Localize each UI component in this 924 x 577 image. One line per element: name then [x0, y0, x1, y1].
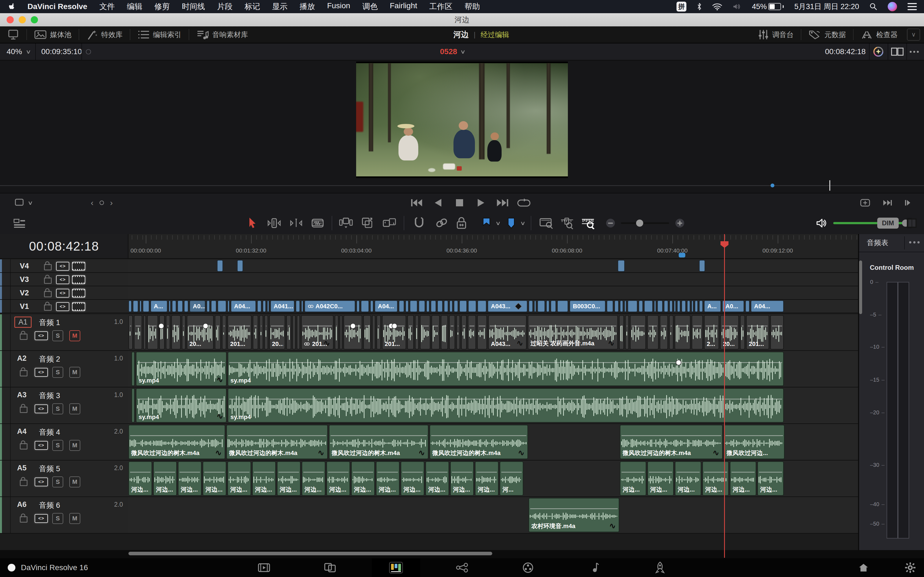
audio-clip[interactable]	[292, 315, 296, 350]
page-tab-fusion[interactable]	[447, 558, 477, 577]
clip-automation-icon[interactable]: ∿	[216, 375, 223, 384]
audio-clip[interactable]: 河边...	[620, 461, 646, 496]
video-clip[interactable]	[301, 300, 303, 312]
solo-button[interactable]: S	[52, 440, 63, 451]
audio-clip[interactable]	[449, 315, 455, 350]
track-lock-icon[interactable]	[20, 516, 27, 522]
mute-button[interactable]: M	[69, 476, 80, 487]
clip-automation-icon[interactable]: ∿	[608, 338, 615, 348]
video-clip[interactable]	[618, 260, 625, 272]
track-lane-A4[interactable]: 微风吹过河边的树木.m4a∿微风吹过河边的树木.m4a∿微风吹过河边的树木.m4…	[128, 424, 858, 461]
viewer-options-menu[interactable]	[910, 44, 919, 60]
mute-button[interactable]: M	[69, 440, 80, 451]
audio-clip[interactable]	[286, 315, 291, 350]
audio-clip[interactable]: 河边...	[647, 461, 674, 496]
video-clip[interactable]	[551, 300, 556, 312]
play-reverse-button[interactable]	[428, 193, 448, 212]
timeline-vertical-scrollbar[interactable]	[859, 261, 862, 314]
viewer-jog-bar[interactable]	[0, 179, 924, 193]
menu-item-时间线[interactable]: 时间线	[182, 2, 205, 12]
menu-item-显示[interactable]: 显示	[272, 2, 288, 12]
video-clip[interactable]	[361, 300, 369, 312]
inspector-button[interactable]: 检查器	[854, 26, 905, 43]
video-clip[interactable]	[644, 300, 653, 312]
video-clip[interactable]	[699, 260, 705, 272]
mute-button[interactable]: M	[69, 403, 80, 414]
audio-clip[interactable]: 201...	[382, 315, 406, 350]
audio-clip[interactable]	[363, 315, 371, 350]
auto-select-icon[interactable]: <>	[56, 275, 69, 284]
track-lock-icon[interactable]	[44, 264, 52, 270]
audio-clip[interactable]	[264, 315, 268, 350]
track-lane-V2[interactable]	[128, 286, 858, 300]
track-header-V2[interactable]: V2<>	[0, 286, 128, 300]
audio-clip[interactable]: 河边...	[376, 461, 400, 496]
audio-clip[interactable]: 河边...	[475, 461, 499, 496]
track-header-V3[interactable]: V3<>	[0, 273, 128, 286]
video-clip[interactable]	[691, 300, 693, 312]
audio-meters-options-icon[interactable]	[909, 241, 919, 243]
stop-button[interactable]	[450, 193, 469, 212]
audio-clip[interactable]: 201...	[228, 315, 252, 350]
jog-playhead[interactable]	[829, 180, 830, 191]
page-tab-color[interactable]	[513, 558, 543, 577]
video-clip[interactable]: B003C0...	[570, 300, 606, 312]
video-clip[interactable]	[356, 300, 360, 312]
audio-clip[interactable]	[376, 315, 381, 350]
track-header-V1[interactable]: V1<>	[0, 300, 128, 313]
track-lane-A1[interactable]: 20...201...20...201...∿201...A043...∿过昭关…	[128, 314, 858, 351]
volume-keyframe[interactable]	[392, 323, 397, 329]
marker-dropdown[interactable]: ∨	[518, 212, 527, 234]
video-clip[interactable]	[454, 300, 458, 312]
track-header-A2[interactable]: A2音频 21.0<>SM	[0, 351, 128, 387]
audio-clip[interactable]: 河边...	[178, 461, 202, 496]
audio-clip[interactable]	[159, 315, 165, 350]
audio-clip[interactable]	[431, 315, 440, 350]
video-clip[interactable]: A0...	[189, 300, 205, 312]
audio-clip[interactable]	[675, 315, 691, 350]
video-clip[interactable]	[557, 300, 568, 312]
track-lock-icon[interactable]	[20, 334, 27, 340]
fit-to-window-icon[interactable]	[857, 193, 873, 212]
snapping-magnet-button[interactable]	[410, 212, 428, 234]
video-clip[interactable]	[169, 300, 171, 312]
video-clip[interactable]	[267, 300, 269, 312]
video-clip[interactable]	[669, 300, 673, 312]
video-clip[interactable]	[444, 300, 448, 312]
video-clip[interactable]	[614, 300, 619, 312]
video-clip[interactable]	[431, 300, 436, 312]
audio-clip[interactable]: 微风吹过河边的树木.m4a∿	[329, 425, 428, 459]
auto-select-icon[interactable]: <>	[56, 262, 69, 271]
track-enable-icon[interactable]	[72, 275, 85, 284]
audio-clip[interactable]: 河边...	[153, 461, 177, 496]
audio-clip[interactable]	[625, 315, 629, 350]
track-header-A4[interactable]: A4音频 42.0<>SM	[0, 424, 128, 461]
video-clip[interactable]	[128, 300, 132, 312]
page-tab-edit[interactable]	[372, 558, 420, 577]
menu-item-调色[interactable]: 调色	[362, 2, 378, 12]
volume-icon[interactable]	[733, 3, 741, 10]
bluetooth-icon[interactable]	[697, 2, 702, 11]
audio-clip[interactable]: 河边...	[675, 461, 701, 496]
apple-logo-icon[interactable]	[8, 2, 15, 11]
audio-clip[interactable]	[253, 315, 258, 350]
audio-clip[interactable]	[441, 315, 448, 350]
video-clip[interactable]	[664, 300, 668, 312]
audio-clip[interactable]	[297, 315, 300, 350]
solo-button[interactable]: S	[52, 403, 63, 414]
video-clip[interactable]	[468, 300, 476, 312]
source-timecode[interactable]: 00:09:35:10	[41, 44, 82, 60]
video-clip[interactable]	[654, 300, 656, 312]
video-clip[interactable]	[745, 300, 750, 312]
video-clip[interactable]	[437, 300, 443, 312]
track-enable-icon[interactable]	[72, 302, 85, 311]
volume-keyframe[interactable]	[158, 323, 164, 329]
track-lane-A2[interactable]: sy.mp4∿sy.mp4	[128, 351, 858, 387]
audio-clip[interactable]	[660, 315, 668, 350]
video-clip[interactable]	[257, 300, 262, 312]
audio-clip[interactable]: 河边...	[128, 461, 152, 496]
audio-clip[interactable]: A043...∿	[488, 315, 527, 350]
metadata-button[interactable]: 元数据	[801, 26, 853, 43]
audio-clip[interactable]	[477, 315, 487, 350]
audio-clip[interactable]	[259, 315, 263, 350]
